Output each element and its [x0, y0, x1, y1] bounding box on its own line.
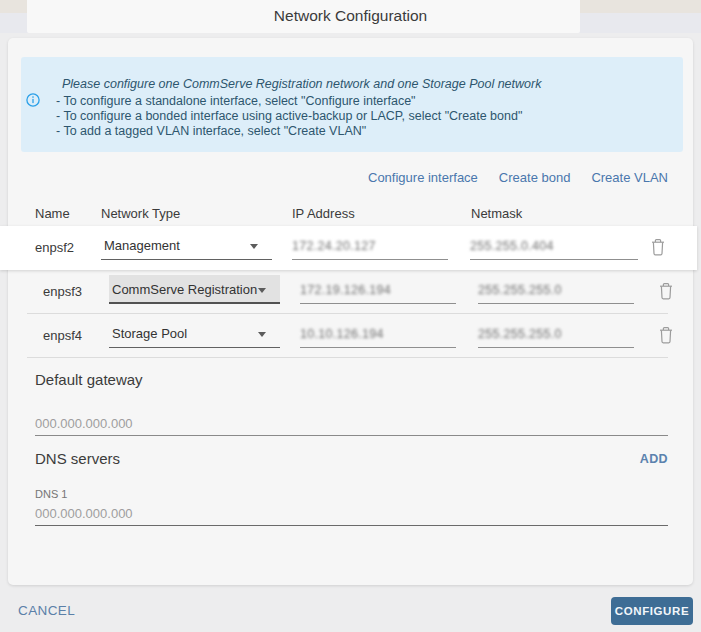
interface-name: enpsf4 [43, 328, 82, 343]
delete-interface-button[interactable] [650, 238, 666, 256]
default-gateway-label: Default gateway [35, 371, 143, 388]
configure-interface-link[interactable]: Configure interface [368, 170, 478, 185]
info-banner-line: - To configure a standalone interface, s… [56, 94, 416, 108]
network-configuration-dialog: Network Configuration Please configure o… [0, 0, 701, 632]
interface-actions: Configure interface Create bond Create V… [368, 170, 668, 185]
column-header-ip-address: IP Address [292, 206, 355, 221]
chevron-down-icon [258, 288, 266, 293]
column-header-network-type: Network Type [101, 206, 180, 221]
ip-address-field[interactable]: 172.24.20.127 [292, 231, 448, 260]
chevron-down-icon [258, 332, 266, 337]
info-banner-line: - To add a tagged VLAN interface, select… [56, 124, 366, 138]
netmask-field[interactable]: 255.255.255.0 [478, 275, 634, 304]
page-title: Network Configuration [0, 7, 701, 25]
dns-servers-label: DNS servers [35, 450, 120, 467]
add-dns-button[interactable]: ADD [640, 452, 668, 466]
table-row: enpsf3 CommServe Registration 172.19.126… [8, 270, 693, 314]
delete-interface-button[interactable] [658, 282, 674, 300]
configure-button[interactable]: CONFIGURE [611, 597, 693, 625]
table-row: enpsf2 Management 172.24.20.127 255.255.… [0, 226, 697, 270]
ip-address-field[interactable]: 172.19.126.194 [300, 275, 456, 304]
interface-name: enpsf3 [43, 284, 82, 299]
network-type-select[interactable]: Management [101, 231, 272, 260]
netmask-field[interactable]: 255.255.0.404 [470, 231, 638, 260]
chevron-down-icon [250, 244, 258, 249]
delete-interface-button[interactable] [658, 326, 674, 344]
dns1-input[interactable] [35, 502, 668, 526]
info-icon [26, 93, 40, 107]
column-header-name: Name [35, 206, 70, 221]
create-vlan-link[interactable]: Create VLAN [591, 170, 668, 185]
default-gateway-input[interactable] [35, 412, 668, 436]
cancel-button[interactable]: CANCEL [18, 603, 75, 618]
ip-address-field[interactable]: 10.10.126.194 [300, 319, 456, 348]
row-divider [27, 357, 668, 358]
column-header-netmask: Netmask [471, 206, 522, 221]
create-bond-link[interactable]: Create bond [499, 170, 571, 185]
network-type-select[interactable]: CommServe Registration [109, 275, 280, 304]
netmask-field[interactable]: 255.255.255.0 [478, 319, 634, 348]
network-type-select[interactable]: Storage Pool [109, 319, 280, 348]
dns1-label: DNS 1 [35, 488, 67, 500]
interface-name: enpsf2 [35, 240, 74, 255]
info-banner-line: - To configure a bonded interface using … [56, 109, 522, 123]
info-banner-heading: Please configure one CommServe Registrat… [62, 77, 541, 91]
table-row: enpsf4 Storage Pool 10.10.126.194 255.25… [8, 314, 693, 358]
